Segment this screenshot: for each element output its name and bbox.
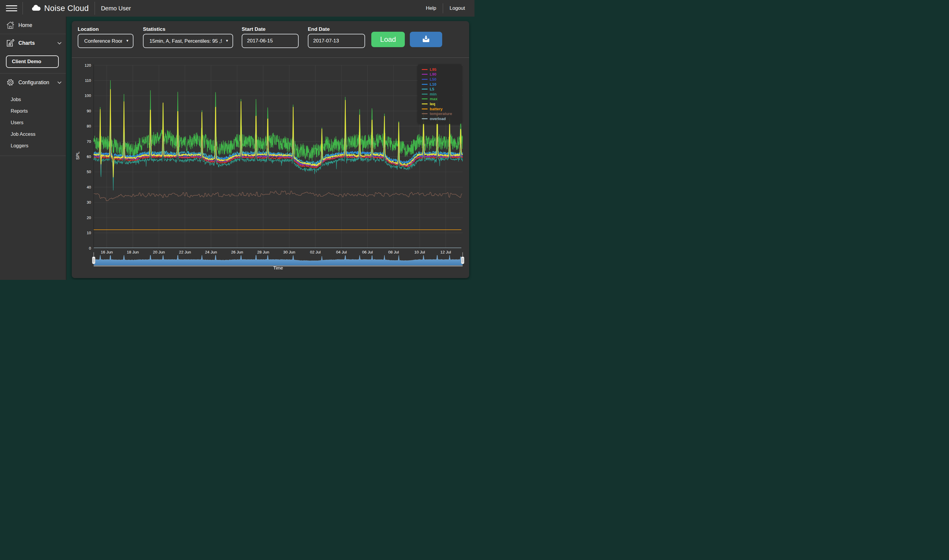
sidebar-item-reports[interactable]: Reports: [0, 105, 66, 117]
configuration-submenu: Jobs Reports Users Job Access Loggers: [0, 91, 66, 155]
end-date-label: End Date: [308, 26, 330, 32]
svg-text:70: 70: [87, 139, 91, 144]
app-title: Noise Cloud: [44, 4, 89, 13]
cloud-icon: [31, 5, 44, 12]
legend-item-L10[interactable]: L10: [422, 82, 460, 87]
main-content: Location Conference Room ▼ Statistics 15…: [66, 17, 474, 280]
gear-icon: [6, 78, 16, 87]
top-navbar: Noise Cloud Demo User Help Logout: [0, 0, 474, 17]
svg-text:20: 20: [87, 215, 91, 220]
legend-item-L50[interactable]: L50: [422, 77, 460, 82]
statistics-select[interactable]: 15min, A, Fast, Percentiles: 95 ,90 ,: [143, 34, 233, 48]
help-link[interactable]: Help: [419, 0, 443, 17]
legend-item-temperature[interactable]: temperature: [422, 111, 460, 116]
sidebar-divider: [0, 155, 66, 156]
svg-text:20 Jun: 20 Jun: [153, 250, 165, 254]
statistics-select-wrap: 15min, A, Fast, Percentiles: 95 ,90 , ▼: [143, 34, 233, 48]
legend-label: L95: [430, 67, 436, 72]
legend-label: min: [430, 92, 436, 96]
sidebar-item-home[interactable]: Home: [0, 17, 66, 34]
svg-text:24 Jun: 24 Jun: [205, 250, 217, 254]
legend-dash-icon: [422, 113, 428, 114]
location-select-wrap: Conference Room ▼: [78, 34, 134, 48]
svg-text:26 Jun: 26 Jun: [231, 250, 243, 254]
home-icon: [6, 21, 16, 29]
navigator-handle[interactable]: [92, 252, 95, 264]
legend-dash-icon: [422, 109, 428, 109]
sidebar-item-jobs[interactable]: Jobs: [0, 94, 66, 105]
legend-item-battery[interactable]: battery: [422, 106, 460, 111]
svg-text:40: 40: [87, 185, 91, 189]
legend-label: L90: [430, 72, 436, 77]
navigator-handle[interactable]: [461, 252, 464, 264]
brand-logo[interactable]: Noise Cloud: [31, 4, 89, 13]
chevron-down-icon: [57, 40, 62, 46]
svg-text:10: 10: [87, 231, 91, 235]
sidebar-item-job-access[interactable]: Job Access: [0, 128, 66, 140]
chart-card: Location Conference Room ▼ Statistics 15…: [72, 21, 469, 278]
sidebar-section-configuration[interactable]: Configuration: [0, 74, 66, 91]
svg-text:18 Jun: 18 Jun: [127, 250, 139, 254]
hamburger-menu-icon[interactable]: [6, 3, 17, 13]
chevron-down-icon: [57, 80, 62, 85]
legend-item-L95[interactable]: L95: [422, 67, 460, 72]
chart-block: 010203040506070809010011012016 Jun18 Jun…: [72, 58, 469, 278]
location-select[interactable]: Conference Room: [78, 34, 134, 48]
download-button[interactable]: [410, 32, 442, 47]
start-date-input[interactable]: [242, 34, 299, 48]
start-date-label: Start Date: [242, 26, 265, 32]
legend-label: overload: [430, 117, 446, 121]
legend-dash-icon: [422, 79, 428, 80]
legend-item-leq[interactable]: leq: [422, 102, 460, 106]
svg-text:12 Jul: 12 Jul: [441, 250, 451, 254]
legend-dash-icon: [422, 94, 428, 95]
sidebar-item-label: Home: [18, 22, 32, 28]
logout-link[interactable]: Logout: [443, 0, 471, 17]
statistics-label: Statistics: [143, 26, 165, 32]
svg-text:0: 0: [89, 246, 91, 251]
legend-label: temperature: [430, 111, 452, 116]
sidebar-item-loggers[interactable]: Loggers: [0, 140, 66, 151]
svg-text:06 Jul: 06 Jul: [362, 250, 373, 254]
legend-dash-icon: [422, 84, 428, 85]
x-axis-title: Time: [72, 265, 474, 270]
legend-dash-icon: [422, 98, 428, 99]
legend-item-L5[interactable]: L5: [422, 86, 460, 92]
legend-dash-icon: [422, 118, 428, 119]
svg-text:22 Jun: 22 Jun: [179, 250, 191, 254]
end-date-input[interactable]: [308, 34, 365, 48]
sidebar-section-charts[interactable]: Charts: [0, 34, 66, 52]
client-demo-button[interactable]: Client Demo: [6, 55, 59, 68]
load-button[interactable]: Load: [371, 32, 405, 47]
compose-charts-icon: [6, 38, 16, 48]
sidebar-item-label: Charts: [18, 40, 35, 46]
svg-text:60: 60: [87, 154, 91, 159]
svg-text:120: 120: [85, 63, 91, 68]
svg-text:02 Jul: 02 Jul: [310, 250, 320, 254]
svg-text:110: 110: [85, 78, 91, 83]
download-icon: [422, 35, 430, 43]
current-user-label: Demo User: [101, 5, 131, 12]
svg-text:80: 80: [87, 124, 91, 128]
svg-text:08 Jul: 08 Jul: [388, 250, 399, 254]
svg-text:28 Jun: 28 Jun: [257, 250, 269, 254]
legend-item-overload[interactable]: overload: [422, 116, 460, 121]
sidebar-item-users[interactable]: Users: [0, 117, 66, 128]
sidebar: Home Charts Client Demo Configuration: [0, 17, 66, 280]
sidebar-item-label: Configuration: [18, 80, 49, 86]
legend-dash-icon: [422, 74, 428, 75]
svg-text:100: 100: [85, 93, 91, 98]
svg-text:90: 90: [87, 109, 91, 113]
legend-item-max[interactable]: max: [422, 97, 460, 102]
location-label: Location: [78, 26, 99, 32]
svg-text:04 Jul: 04 Jul: [336, 250, 347, 254]
legend-item-L90[interactable]: L90: [422, 72, 460, 77]
svg-text:10 Jul: 10 Jul: [414, 250, 425, 254]
legend-label: leq: [430, 102, 435, 106]
legend-item-min[interactable]: min: [422, 92, 460, 97]
legend-label: battery: [430, 107, 442, 111]
main-chart-svg[interactable]: 010203040506070809010011012016 Jun18 Jun…: [72, 58, 469, 278]
y-axis-title: SPL: [75, 151, 80, 160]
filter-bar: Location Conference Room ▼ Statistics 15…: [72, 21, 469, 57]
legend-dash-icon: [422, 103, 428, 105]
